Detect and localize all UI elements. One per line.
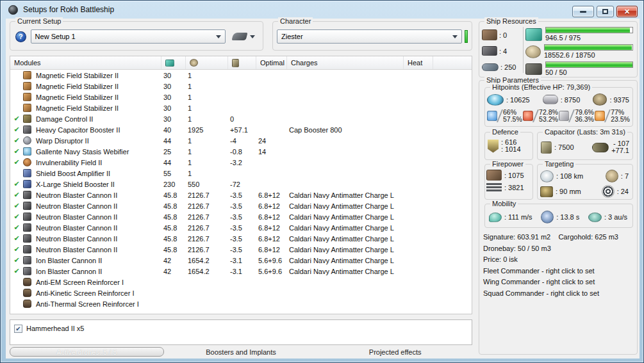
minimize-button[interactable]: [572, 6, 594, 17]
module-name: Anti-EM Screen Reinforcer I: [33, 278, 161, 286]
module-charge: Cap Booster 800: [287, 126, 404, 134]
table-row[interactable]: Anti-Kinetic Screen Reinforcer I: [10, 287, 472, 298]
active-checkmark-icon: ✔: [10, 157, 23, 168]
active-checkmark-icon: ✔: [10, 190, 23, 200]
module-icon-cell: [23, 136, 33, 145]
close-button[interactable]: ✕: [616, 6, 638, 17]
hitpoints-group: Hitpoints (Effective HP: 79,369) : 10625…: [484, 87, 633, 127]
header-powergrid[interactable]: [186, 56, 228, 69]
table-row[interactable]: ✔Neutron Blaster Cannon II45.82126.7-3.5…: [10, 190, 472, 200]
active-checkmark-icon: ✔: [10, 179, 23, 190]
structure-hp-icon: [593, 93, 607, 106]
neutron-blaster-icon: [23, 213, 31, 221]
table-row[interactable]: ✔Ion Blaster Cannon II421654.2-3.15.6+9.…: [10, 255, 472, 266]
table-row[interactable]: ✔Neutron Blaster Cannon II45.82126.7-3.5…: [10, 244, 472, 255]
module-cpu: 45.8: [161, 224, 186, 232]
firepower-title: Firepower: [490, 160, 525, 168]
character-label: Character: [278, 17, 313, 25]
ship-info: Signature: 603.91 m2 Cargohold: 625 m3 D…: [483, 233, 634, 300]
boosters-implants-button[interactable]: Boosters and Implants: [164, 347, 318, 357]
drone-list[interactable]: ✔Hammerhead II x5: [10, 319, 472, 345]
module-icon-cell: [23, 245, 33, 254]
table-row[interactable]: ✔Neutron Blaster Cannon II45.82126.7-3.5…: [10, 233, 472, 244]
wing-commander-slot[interactable]: Wing Commander - right click to set: [483, 278, 634, 289]
character-select[interactable]: Ziester: [277, 29, 462, 44]
launcher-hardpoints-icon: [482, 46, 497, 56]
table-row[interactable]: ✔Neutron Blaster Cannon II45.82126.7-3.5…: [10, 222, 472, 233]
table-row[interactable]: ✔Warp Disruptor II441-424: [10, 135, 472, 146]
launcher-hardpoints-value: : 4: [499, 47, 507, 55]
ship-menu-button[interactable]: [230, 31, 258, 42]
active-checkmark-icon: ✔: [10, 266, 23, 277]
header-modules[interactable]: Modules: [10, 56, 161, 69]
active-checkmark-icon: ✔: [10, 222, 23, 233]
magnetic-field-stabilizer-icon: [23, 82, 31, 90]
divider: [568, 109, 575, 122]
restore-button[interactable]: [597, 6, 614, 17]
squad-commander-slot[interactable]: Squad Commander - right click to set: [483, 289, 634, 301]
turret-hardpoints-icon: [482, 29, 497, 40]
module-name: Neutron Blaster Cannon II: [33, 224, 161, 232]
projected-effects-button[interactable]: Projected effects: [318, 347, 472, 357]
table-row[interactable]: ✔Damage Control II3010: [10, 113, 472, 124]
active-checkmark-icon: ✔: [10, 211, 23, 222]
table-row[interactable]: ✔Gallente Navy Stasis Webifier251-0.814: [10, 146, 472, 157]
module-cap-use: -3.5: [228, 191, 256, 199]
module-icon-cell: [23, 223, 33, 232]
divider: [497, 109, 503, 122]
help-icon[interactable]: ?: [15, 31, 26, 42]
cap-booster-icon: [23, 125, 31, 134]
character-select-value: Ziester: [281, 33, 303, 40]
ion-blaster-icon: [23, 267, 31, 275]
close-icon: ✕: [624, 8, 630, 16]
ship-parameters-group: Ship Parameters Hitpoints (Effective HP:…: [479, 80, 638, 355]
table-row[interactable]: Magnetic Field Stabilizer II301: [10, 70, 472, 81]
table-row[interactable]: Magnetic Field Stabilizer II301: [10, 81, 472, 92]
setup-select[interactable]: New Setup 1: [31, 29, 226, 44]
module-name: Neutron Blaster Cannon II: [33, 202, 161, 210]
drone-checkbox[interactable]: ✔: [14, 325, 22, 333]
table-row[interactable]: ✔Neutron Blaster Cannon II45.82126.7-3.5…: [10, 200, 472, 211]
table-row[interactable]: Anti-EM Screen Reinforcer I: [10, 277, 472, 287]
modules-table[interactable]: Modules Optimal Charges Heat Magnetic Fi…: [10, 56, 472, 314]
cpu-icon: [525, 28, 542, 41]
module-name: Invulnerability Field II: [33, 159, 161, 166]
chevron-down-icon: [250, 35, 255, 38]
fleet-commander-slot[interactable]: Fleet Commander - right click to set: [483, 267, 634, 278]
em-resist-icon: [487, 111, 497, 121]
table-row[interactable]: ✔Ion Blaster Cannon II421654.2-3.15.6+9.…: [10, 266, 472, 277]
module-name: Ion Blaster Cannon II: [33, 257, 161, 264]
explosive-resist: 77%23.5%: [595, 109, 630, 122]
module-powergrid: 2126.7: [186, 246, 228, 254]
active-checkmark-icon: ✔: [10, 113, 23, 124]
active-drones-button[interactable]: Active drones: 5 / 5: [10, 347, 164, 357]
module-charge: Caldari Navy Antimatter Charge L: [287, 224, 404, 232]
warp-disruptor-icon: [23, 136, 31, 145]
table-row[interactable]: ✔Neutron Blaster Cannon II45.82126.7-3.5…: [10, 211, 472, 222]
active-checkmark-icon: ✔: [10, 146, 23, 157]
table-row[interactable]: ✔Heavy Capacitor Booster II401925+57.1Ca…: [10, 124, 472, 135]
module-cpu: 44: [161, 137, 186, 145]
neutron-blaster-icon: [23, 245, 31, 254]
table-row[interactable]: Magnetic Field Stabilizer II301: [10, 92, 472, 102]
header-heat[interactable]: Heat: [404, 56, 433, 69]
header-capacitor[interactable]: [228, 56, 256, 69]
module-cap-use: -3.5: [228, 224, 256, 232]
module-powergrid: 1654.2: [186, 268, 228, 275]
table-row[interactable]: Magnetic Field Stabilizer II301: [10, 102, 472, 113]
table-row[interactable]: ✔X-Large Shield Booster II230550-72: [10, 179, 472, 190]
volley-icon: [486, 183, 502, 191]
module-cap-use: -3.1: [228, 257, 256, 264]
header-optimal[interactable]: Optimal: [256, 56, 287, 69]
capacitor-group: Capacitor (Lasts: 3m 31s) : 7500 - 107+7…: [537, 132, 633, 160]
table-row[interactable]: ✔Invulnerability Field II441-3.2: [10, 157, 472, 168]
header-charges[interactable]: Charges: [287, 56, 404, 69]
titlebar[interactable]: Setups for Rokh Battleship: [1, 1, 643, 19]
table-row[interactable]: Shield Boost Amplifier II551: [10, 168, 472, 179]
header-cpu[interactable]: [161, 56, 186, 69]
module-charge: Caldari Navy Antimatter Charge L: [287, 268, 404, 275]
table-row[interactable]: Anti-Thermal Screen Reinforcer I: [10, 298, 472, 309]
divider: [604, 109, 611, 122]
drone-item[interactable]: ✔Hammerhead II x5: [14, 323, 468, 334]
module-name: Damage Control II: [33, 115, 161, 123]
